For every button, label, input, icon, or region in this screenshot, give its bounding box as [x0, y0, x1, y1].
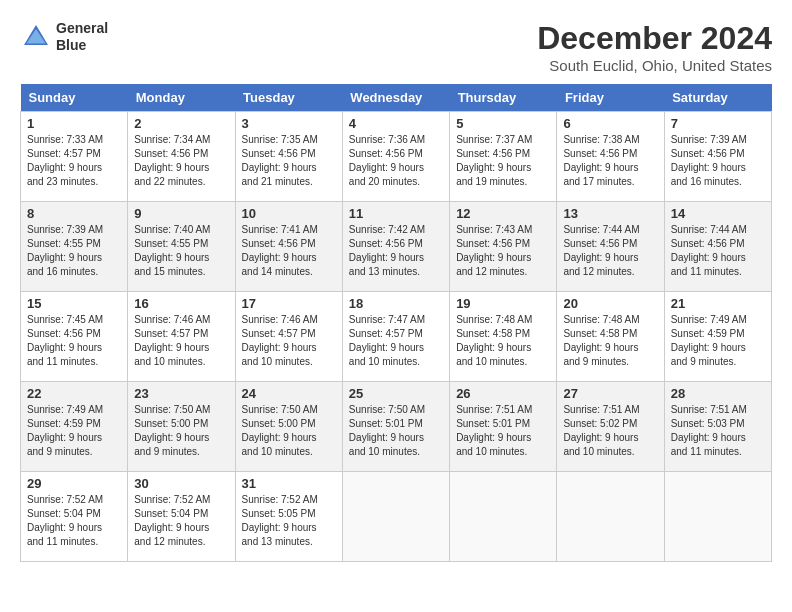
calendar-cell: 21 Sunrise: 7:49 AMSunset: 4:59 PMDaylig…	[664, 292, 771, 382]
calendar-cell: 9 Sunrise: 7:40 AMSunset: 4:55 PMDayligh…	[128, 202, 235, 292]
header-thursday: Thursday	[450, 84, 557, 112]
day-info: Sunrise: 7:36 AMSunset: 4:56 PMDaylight:…	[349, 134, 425, 187]
day-info: Sunrise: 7:37 AMSunset: 4:56 PMDaylight:…	[456, 134, 532, 187]
day-number: 26	[456, 386, 550, 401]
calendar-cell: 27 Sunrise: 7:51 AMSunset: 5:02 PMDaylig…	[557, 382, 664, 472]
calendar-cell: 1 Sunrise: 7:33 AMSunset: 4:57 PMDayligh…	[21, 112, 128, 202]
header-saturday: Saturday	[664, 84, 771, 112]
calendar-cell: 11 Sunrise: 7:42 AMSunset: 4:56 PMDaylig…	[342, 202, 449, 292]
calendar-week-5: 29 Sunrise: 7:52 AMSunset: 5:04 PMDaylig…	[21, 472, 772, 562]
calendar-cell: 15 Sunrise: 7:45 AMSunset: 4:56 PMDaylig…	[21, 292, 128, 382]
calendar-week-4: 22 Sunrise: 7:49 AMSunset: 4:59 PMDaylig…	[21, 382, 772, 472]
day-number: 12	[456, 206, 550, 221]
calendar-cell: 16 Sunrise: 7:46 AMSunset: 4:57 PMDaylig…	[128, 292, 235, 382]
day-number: 10	[242, 206, 336, 221]
calendar-cell: 24 Sunrise: 7:50 AMSunset: 5:00 PMDaylig…	[235, 382, 342, 472]
day-info: Sunrise: 7:46 AMSunset: 4:57 PMDaylight:…	[134, 314, 210, 367]
day-number: 3	[242, 116, 336, 131]
day-number: 17	[242, 296, 336, 311]
calendar-week-1: 1 Sunrise: 7:33 AMSunset: 4:57 PMDayligh…	[21, 112, 772, 202]
day-info: Sunrise: 7:52 AMSunset: 5:04 PMDaylight:…	[27, 494, 103, 547]
calendar-cell: 4 Sunrise: 7:36 AMSunset: 4:56 PMDayligh…	[342, 112, 449, 202]
calendar-cell	[664, 472, 771, 562]
calendar-cell: 8 Sunrise: 7:39 AMSunset: 4:55 PMDayligh…	[21, 202, 128, 292]
calendar-table: Sunday Monday Tuesday Wednesday Thursday…	[20, 84, 772, 562]
calendar-cell: 19 Sunrise: 7:48 AMSunset: 4:58 PMDaylig…	[450, 292, 557, 382]
day-info: Sunrise: 7:49 AMSunset: 4:59 PMDaylight:…	[671, 314, 747, 367]
day-number: 25	[349, 386, 443, 401]
calendar-week-3: 15 Sunrise: 7:45 AMSunset: 4:56 PMDaylig…	[21, 292, 772, 382]
calendar-cell: 18 Sunrise: 7:47 AMSunset: 4:57 PMDaylig…	[342, 292, 449, 382]
calendar-cell: 20 Sunrise: 7:48 AMSunset: 4:58 PMDaylig…	[557, 292, 664, 382]
calendar-subtitle: South Euclid, Ohio, United States	[537, 57, 772, 74]
calendar-cell: 22 Sunrise: 7:49 AMSunset: 4:59 PMDaylig…	[21, 382, 128, 472]
day-info: Sunrise: 7:39 AMSunset: 4:56 PMDaylight:…	[671, 134, 747, 187]
day-number: 20	[563, 296, 657, 311]
header: General Blue December 2024 South Euclid,…	[20, 20, 772, 74]
day-number: 9	[134, 206, 228, 221]
day-number: 13	[563, 206, 657, 221]
day-info: Sunrise: 7:43 AMSunset: 4:56 PMDaylight:…	[456, 224, 532, 277]
day-info: Sunrise: 7:50 AMSunset: 5:00 PMDaylight:…	[242, 404, 318, 457]
header-sunday: Sunday	[21, 84, 128, 112]
calendar-cell	[342, 472, 449, 562]
day-number: 22	[27, 386, 121, 401]
calendar-cell: 25 Sunrise: 7:50 AMSunset: 5:01 PMDaylig…	[342, 382, 449, 472]
day-info: Sunrise: 7:45 AMSunset: 4:56 PMDaylight:…	[27, 314, 103, 367]
day-number: 27	[563, 386, 657, 401]
logo: General Blue	[20, 20, 108, 54]
day-info: Sunrise: 7:40 AMSunset: 4:55 PMDaylight:…	[134, 224, 210, 277]
calendar-cell: 31 Sunrise: 7:52 AMSunset: 5:05 PMDaylig…	[235, 472, 342, 562]
day-info: Sunrise: 7:44 AMSunset: 4:56 PMDaylight:…	[563, 224, 639, 277]
day-info: Sunrise: 7:39 AMSunset: 4:55 PMDaylight:…	[27, 224, 103, 277]
day-number: 7	[671, 116, 765, 131]
day-info: Sunrise: 7:35 AMSunset: 4:56 PMDaylight:…	[242, 134, 318, 187]
header-wednesday: Wednesday	[342, 84, 449, 112]
day-info: Sunrise: 7:42 AMSunset: 4:56 PMDaylight:…	[349, 224, 425, 277]
days-header-row: Sunday Monday Tuesday Wednesday Thursday…	[21, 84, 772, 112]
header-friday: Friday	[557, 84, 664, 112]
day-number: 4	[349, 116, 443, 131]
day-info: Sunrise: 7:41 AMSunset: 4:56 PMDaylight:…	[242, 224, 318, 277]
calendar-cell: 3 Sunrise: 7:35 AMSunset: 4:56 PMDayligh…	[235, 112, 342, 202]
calendar-cell: 23 Sunrise: 7:50 AMSunset: 5:00 PMDaylig…	[128, 382, 235, 472]
calendar-cell: 13 Sunrise: 7:44 AMSunset: 4:56 PMDaylig…	[557, 202, 664, 292]
header-monday: Monday	[128, 84, 235, 112]
day-info: Sunrise: 7:34 AMSunset: 4:56 PMDaylight:…	[134, 134, 210, 187]
day-number: 31	[242, 476, 336, 491]
day-number: 1	[27, 116, 121, 131]
title-section: December 2024 South Euclid, Ohio, United…	[537, 20, 772, 74]
day-number: 21	[671, 296, 765, 311]
day-info: Sunrise: 7:49 AMSunset: 4:59 PMDaylight:…	[27, 404, 103, 457]
logo-icon	[20, 21, 52, 53]
day-info: Sunrise: 7:38 AMSunset: 4:56 PMDaylight:…	[563, 134, 639, 187]
calendar-cell: 28 Sunrise: 7:51 AMSunset: 5:03 PMDaylig…	[664, 382, 771, 472]
header-tuesday: Tuesday	[235, 84, 342, 112]
calendar-cell: 2 Sunrise: 7:34 AMSunset: 4:56 PMDayligh…	[128, 112, 235, 202]
day-info: Sunrise: 7:52 AMSunset: 5:04 PMDaylight:…	[134, 494, 210, 547]
day-info: Sunrise: 7:46 AMSunset: 4:57 PMDaylight:…	[242, 314, 318, 367]
calendar-title: December 2024	[537, 20, 772, 57]
day-number: 30	[134, 476, 228, 491]
day-number: 2	[134, 116, 228, 131]
day-info: Sunrise: 7:48 AMSunset: 4:58 PMDaylight:…	[456, 314, 532, 367]
day-number: 18	[349, 296, 443, 311]
day-number: 6	[563, 116, 657, 131]
calendar-week-2: 8 Sunrise: 7:39 AMSunset: 4:55 PMDayligh…	[21, 202, 772, 292]
day-number: 23	[134, 386, 228, 401]
day-number: 16	[134, 296, 228, 311]
calendar-cell	[557, 472, 664, 562]
calendar-cell	[450, 472, 557, 562]
day-number: 28	[671, 386, 765, 401]
day-number: 5	[456, 116, 550, 131]
day-number: 15	[27, 296, 121, 311]
logo-text: General Blue	[56, 20, 108, 54]
day-info: Sunrise: 7:48 AMSunset: 4:58 PMDaylight:…	[563, 314, 639, 367]
day-number: 11	[349, 206, 443, 221]
day-info: Sunrise: 7:51 AMSunset: 5:01 PMDaylight:…	[456, 404, 532, 457]
day-info: Sunrise: 7:50 AMSunset: 5:01 PMDaylight:…	[349, 404, 425, 457]
calendar-cell: 29 Sunrise: 7:52 AMSunset: 5:04 PMDaylig…	[21, 472, 128, 562]
calendar-cell: 14 Sunrise: 7:44 AMSunset: 4:56 PMDaylig…	[664, 202, 771, 292]
day-info: Sunrise: 7:52 AMSunset: 5:05 PMDaylight:…	[242, 494, 318, 547]
calendar-cell: 5 Sunrise: 7:37 AMSunset: 4:56 PMDayligh…	[450, 112, 557, 202]
